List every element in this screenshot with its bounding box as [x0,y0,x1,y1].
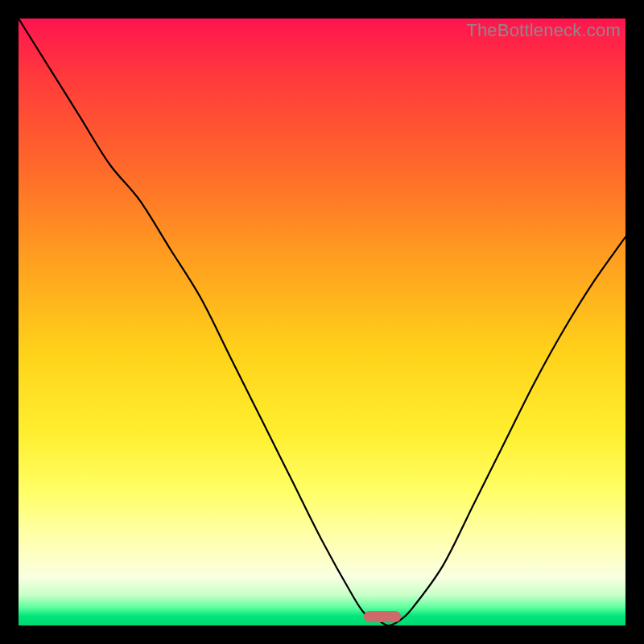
chart-plot-area: TheBottleneck.com [19,19,625,625]
optimal-marker [364,611,401,622]
bottleneck-curve [19,19,625,625]
